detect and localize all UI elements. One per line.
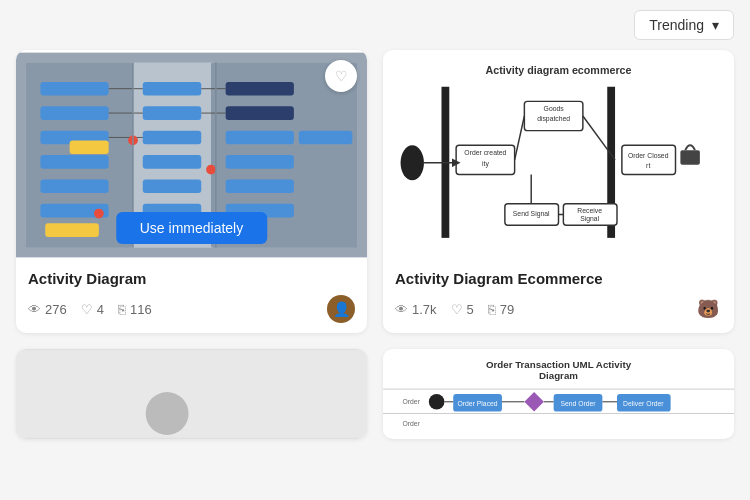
svg-rect-19 <box>226 106 294 120</box>
svg-rect-24 <box>299 131 353 145</box>
eye-icon-2: 👁 <box>395 302 408 317</box>
svg-text:Receive: Receive <box>577 207 602 214</box>
svg-text:ity: ity <box>482 160 489 168</box>
svg-text:Order: Order <box>403 398 421 405</box>
avatar-1: 👤 <box>327 295 355 323</box>
card-bottom-left <box>16 349 367 439</box>
svg-text:Activity diagram ecommerce: Activity diagram ecommerce <box>486 64 632 76</box>
svg-rect-11 <box>70 140 109 154</box>
svg-point-31 <box>206 165 216 175</box>
svg-rect-14 <box>143 131 202 145</box>
card-stats-1: 👁 276 ♡ 4 ⎘ 116 👤 <box>28 295 355 323</box>
svg-text:Signal: Signal <box>580 215 599 223</box>
card-title-1: Activity Diagram <box>28 270 355 287</box>
chevron-down-icon: ▾ <box>712 17 719 33</box>
svg-text:Goods: Goods <box>544 105 565 112</box>
svg-rect-60 <box>16 350 367 438</box>
svg-text:Order Placed: Order Placed <box>458 400 498 407</box>
svg-rect-47 <box>622 145 676 174</box>
views-count-2: 1.7k <box>412 302 437 317</box>
card-stats-2: 👁 1.7k ♡ 5 ⎘ 79 🐻 <box>395 295 722 323</box>
svg-rect-5 <box>40 106 108 120</box>
card-ecommerce: Activity diagram ecommerce Order created… <box>383 50 734 333</box>
heart-button[interactable]: ♡ <box>325 60 357 92</box>
svg-rect-40 <box>680 150 700 165</box>
top-bar: Trending ▾ <box>0 0 750 50</box>
svg-rect-21 <box>226 155 294 169</box>
card-order-transaction: Order Transaction UML Activity Diagram O… <box>383 349 734 439</box>
svg-rect-18 <box>226 82 294 96</box>
trending-dropdown[interactable]: Trending ▾ <box>634 10 734 40</box>
likes-count: 4 <box>97 302 104 317</box>
svg-point-39 <box>401 145 424 180</box>
svg-point-61 <box>146 392 189 435</box>
card-image-order[interactable]: Order Transaction UML Activity Diagram O… <box>383 349 734 439</box>
svg-text:Send Signal: Send Signal <box>513 210 550 218</box>
likes-stat: ♡ 4 <box>81 302 104 317</box>
copies-count-2: 79 <box>500 302 514 317</box>
card-activity-diagram: ♡ Use immediately Activity Diagram 👁 276… <box>16 50 367 333</box>
card-title-2: Activity Diagram Ecommerce <box>395 270 722 287</box>
avatar-2: 🐻 <box>694 295 722 323</box>
views-count: 276 <box>45 302 67 317</box>
bottom-left-svg <box>16 349 367 439</box>
svg-rect-22 <box>226 179 294 193</box>
svg-text:dispatched: dispatched <box>537 115 570 123</box>
svg-text:Order created: Order created <box>464 149 506 156</box>
card-image-bottom-left[interactable] <box>16 349 367 439</box>
copies-stat: ⎘ 116 <box>118 302 152 317</box>
svg-text:Order Closed: Order Closed <box>628 152 669 159</box>
svg-text:rt: rt <box>646 162 650 169</box>
trending-label: Trending <box>649 17 704 33</box>
svg-rect-16 <box>143 179 202 193</box>
likes-count-2: 5 <box>467 302 474 317</box>
views-stat-2: 👁 1.7k <box>395 302 437 317</box>
svg-rect-10 <box>45 223 99 237</box>
svg-rect-13 <box>143 106 202 120</box>
copy-icon: ⎘ <box>118 302 126 317</box>
svg-text:Send Order: Send Order <box>560 400 596 407</box>
svg-rect-4 <box>40 82 108 96</box>
ecommerce-diagram-svg: Activity diagram ecommerce Order created… <box>383 50 734 260</box>
svg-text:Diagram: Diagram <box>539 370 578 381</box>
svg-rect-20 <box>226 131 294 145</box>
heart-icon: ♡ <box>81 302 93 317</box>
order-transaction-svg: Order Transaction UML Activity Diagram O… <box>383 349 734 439</box>
card-info-2: Activity Diagram Ecommerce 👁 1.7k ♡ 5 ⎘ … <box>383 260 734 333</box>
likes-stat-2: ♡ 5 <box>451 302 474 317</box>
svg-text:Order Transaction UML Activity: Order Transaction UML Activity <box>486 359 632 370</box>
use-immediately-button[interactable]: Use immediately <box>116 212 267 244</box>
copy-icon-2: ⎘ <box>488 302 496 317</box>
card-image-right[interactable]: Activity diagram ecommerce Order created… <box>383 50 734 260</box>
grid-container: ♡ Use immediately Activity Diagram 👁 276… <box>0 50 750 455</box>
eye-icon: 👁 <box>28 302 41 317</box>
views-stat: 👁 276 <box>28 302 67 317</box>
svg-point-32 <box>94 209 104 219</box>
svg-rect-15 <box>143 155 202 169</box>
card-image-left[interactable]: ♡ Use immediately <box>16 50 367 260</box>
svg-text:Order: Order <box>403 420 421 427</box>
svg-point-69 <box>429 394 445 410</box>
svg-rect-7 <box>40 155 108 169</box>
copies-count: 116 <box>130 302 152 317</box>
svg-rect-8 <box>40 179 108 193</box>
svg-text:Deliver Order: Deliver Order <box>623 400 664 407</box>
svg-rect-12 <box>143 82 202 96</box>
card-info-1: Activity Diagram 👁 276 ♡ 4 ⎘ 116 👤 <box>16 260 367 333</box>
copies-stat-2: ⎘ 79 <box>488 302 514 317</box>
heart-icon-2: ♡ <box>451 302 463 317</box>
